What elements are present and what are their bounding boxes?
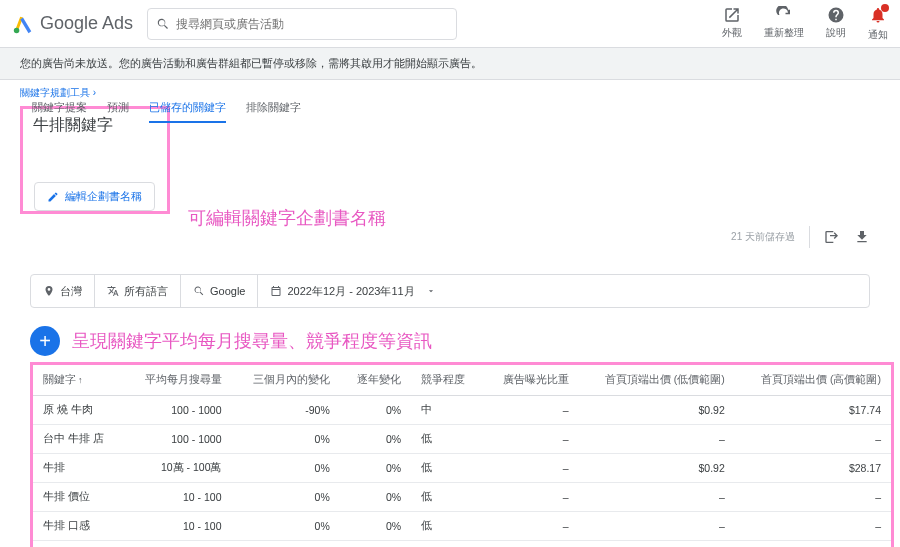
cell-low: $0.59: [579, 541, 735, 548]
cell-keyword: 原 燒 牛肉: [33, 396, 123, 425]
cell-keyword: 牛排: [33, 454, 123, 483]
cell-impr: –: [483, 512, 579, 541]
cell-low: –: [579, 512, 735, 541]
edit-plan-name-button[interactable]: 編輯企劃書名稱: [34, 182, 155, 211]
annotation-title-edit: 可編輯關鍵字企劃書名稱: [188, 206, 386, 230]
cell-keyword: 台中 牛排 店: [33, 425, 123, 454]
search-icon: [156, 17, 170, 31]
col-keyword[interactable]: 關鍵字↑: [33, 365, 123, 396]
cell-m3: 0%: [232, 512, 340, 541]
bell-icon: [869, 6, 887, 24]
table-row[interactable]: 牛排 推薦1000 - 1萬0%0%低–$0.59$17.73: [33, 541, 891, 548]
product-logo[interactable]: Google Ads: [12, 13, 133, 35]
col-yoy-change[interactable]: 逐年變化: [340, 365, 411, 396]
table-row[interactable]: 牛排10萬 - 100萬0%0%低–$0.92$28.17: [33, 454, 891, 483]
refresh-icon: [775, 6, 793, 24]
cell-yoy: 0%: [340, 454, 411, 483]
cell-comp: 低: [411, 483, 482, 512]
cell-yoy: 0%: [340, 512, 411, 541]
filter-language[interactable]: 所有語言: [95, 275, 181, 307]
product-name: Google Ads: [40, 13, 133, 34]
cell-m3: 0%: [232, 425, 340, 454]
cell-avg: 100 - 1000: [123, 425, 231, 454]
table-row[interactable]: 牛排 價位10 - 1000%0%低–––: [33, 483, 891, 512]
cell-avg: 10萬 - 100萬: [123, 454, 231, 483]
cell-impr: –: [483, 541, 579, 548]
cell-m3: -90%: [232, 396, 340, 425]
search-input[interactable]: [176, 17, 448, 31]
table-row[interactable]: 原 燒 牛肉100 - 1000-90%0%中–$0.92$17.74: [33, 396, 891, 425]
cell-yoy: 0%: [340, 396, 411, 425]
cell-yoy: 0%: [340, 541, 411, 548]
cell-comp: 低: [411, 512, 482, 541]
alert-banner: 您的廣告尚未放送。您的廣告活動和廣告群組都已暫停或移除，需將其啟用才能開始顯示廣…: [0, 48, 900, 80]
cell-comp: 低: [411, 454, 482, 483]
cell-impr: –: [483, 425, 579, 454]
location-icon: [43, 285, 55, 297]
appearance-action[interactable]: 外觀: [722, 6, 742, 42]
cell-comp: 低: [411, 425, 482, 454]
col-competition[interactable]: 競爭程度: [411, 365, 482, 396]
header-actions: 外觀 重新整理 說明 通知: [722, 6, 888, 42]
cell-high: $17.74: [735, 396, 891, 425]
share-icon[interactable]: [824, 229, 840, 245]
filter-network[interactable]: Google: [181, 275, 258, 307]
plan-meta: 21 天前儲存過: [731, 226, 870, 248]
cell-avg: 10 - 100: [123, 483, 231, 512]
tab-keyword-ideas[interactable]: 關鍵字提案: [32, 100, 87, 123]
cell-high: –: [735, 512, 891, 541]
svg-point-0: [14, 27, 20, 32]
saved-time: 21 天前儲存過: [731, 230, 795, 244]
refresh-action[interactable]: 重新整理: [764, 6, 804, 42]
calendar-icon: [270, 285, 282, 297]
cell-keyword: 牛排 價位: [33, 483, 123, 512]
cell-low: –: [579, 483, 735, 512]
annotation-table-info: 呈現關鍵字平均每月搜尋量、競爭程度等資訊: [72, 329, 432, 353]
table-row[interactable]: 台中 牛排 店100 - 10000%0%低–––: [33, 425, 891, 454]
filter-location[interactable]: 台灣: [31, 275, 95, 307]
cell-comp: 中: [411, 396, 482, 425]
col-top-bid-low[interactable]: 首頁頂端出價 (低價範圍): [579, 365, 735, 396]
cell-high: $28.17: [735, 454, 891, 483]
app-header: Google Ads 外觀 重新整理 說明 通知: [0, 0, 900, 48]
cell-high: $17.73: [735, 541, 891, 548]
cell-avg: 1000 - 1萬: [123, 541, 231, 548]
cell-yoy: 0%: [340, 483, 411, 512]
cell-avg: 100 - 1000: [123, 396, 231, 425]
breadcrumb[interactable]: 關鍵字規劃工具 ›: [0, 80, 900, 102]
cell-m3: 0%: [232, 541, 340, 548]
cell-m3: 0%: [232, 454, 340, 483]
cell-impr: –: [483, 396, 579, 425]
pencil-icon: [47, 191, 59, 203]
table-row[interactable]: 牛排 口感10 - 1000%0%低–––: [33, 512, 891, 541]
help-icon: [827, 6, 845, 24]
download-icon[interactable]: [854, 229, 870, 245]
cell-high: –: [735, 425, 891, 454]
search-box[interactable]: [147, 8, 457, 40]
search-network-icon: [193, 285, 205, 297]
google-ads-icon: [12, 13, 34, 35]
cell-avg: 10 - 100: [123, 512, 231, 541]
col-impression-share[interactable]: 廣告曝光比重: [483, 365, 579, 396]
external-icon: [723, 6, 741, 24]
col-avg-searches[interactable]: 平均每月搜尋量: [123, 365, 231, 396]
cell-comp: 低: [411, 541, 482, 548]
chevron-down-icon: [426, 286, 436, 296]
cell-impr: –: [483, 454, 579, 483]
cell-keyword: 牛排 口感: [33, 512, 123, 541]
keyword-table-highlight: 關鍵字↑ 平均每月搜尋量 三個月內的變化 逐年變化 競爭程度 廣告曝光比重 首頁…: [30, 362, 894, 547]
col-3m-change[interactable]: 三個月內的變化: [232, 365, 340, 396]
help-action[interactable]: 說明: [826, 6, 846, 42]
col-top-bid-high[interactable]: 首頁頂端出價 (高價範圍): [735, 365, 891, 396]
cell-high: –: [735, 483, 891, 512]
cell-keyword: 牛排 推薦: [33, 541, 123, 548]
add-keyword-button[interactable]: +: [30, 326, 60, 356]
cell-low: $0.92: [579, 454, 735, 483]
filter-bar: 台灣 所有語言 Google 2022年12月 - 2023年11月: [30, 274, 870, 308]
cell-low: –: [579, 425, 735, 454]
notifications-action[interactable]: 通知: [868, 6, 888, 42]
filter-date-range[interactable]: 2022年12月 - 2023年11月: [258, 275, 447, 307]
tab-saved-keywords[interactable]: 已儲存的關鍵字: [149, 100, 226, 123]
tab-negative-keywords[interactable]: 排除關鍵字: [246, 100, 301, 123]
tab-forecast[interactable]: 預測: [107, 100, 129, 123]
